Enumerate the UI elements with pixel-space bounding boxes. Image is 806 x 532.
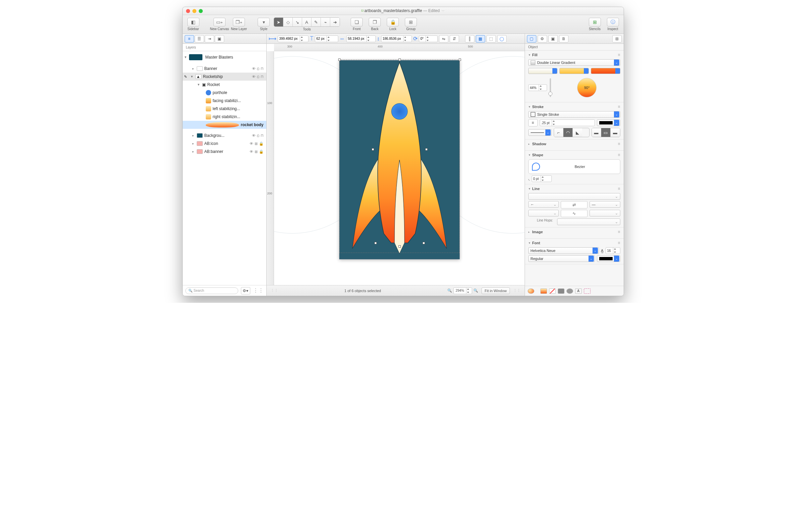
style-chip-fill[interactable]: [527, 288, 534, 294]
zoom-out-icon[interactable]: 🔍: [447, 288, 452, 293]
zoom-field[interactable]: 294%: [453, 287, 472, 294]
stage[interactable]: [274, 51, 525, 285]
menu-icon[interactable]: ≡: [618, 241, 620, 245]
style-chip-shape2[interactable]: [567, 288, 573, 294]
search-input[interactable]: 🔍 Search: [185, 287, 238, 294]
obj-porthole[interactable]: porthole: [183, 89, 266, 97]
print-icon[interactable]: ⎙: [257, 66, 259, 71]
stroke-position-button[interactable]: ≡: [528, 119, 538, 127]
drag-handle-icon[interactable]: ⋮⋮: [253, 287, 264, 294]
outline-tab[interactable]: ☰: [195, 35, 204, 42]
grid-toggle[interactable]: ⊞: [612, 35, 622, 42]
unlock-icon[interactable]: ⊓: [261, 75, 264, 79]
zoom-in-icon[interactable]: 🔍: [474, 288, 478, 293]
tool-pen[interactable]: ✎: [311, 18, 321, 26]
x-field[interactable]: 399.4982 px: [278, 36, 308, 42]
cap-round[interactable]: ▭: [601, 128, 611, 137]
gear-button[interactable]: ⚙︎▾: [241, 287, 250, 294]
flip-h-button[interactable]: ⇋: [439, 35, 448, 42]
gradient-stop-2[interactable]: [559, 68, 589, 74]
h-field[interactable]: 186.8536 px: [381, 36, 412, 42]
new-canvas-button[interactable]: ▭+ New Canvas: [210, 18, 229, 31]
style-chip-gradient[interactable]: [540, 288, 547, 294]
obj-facing-fin[interactable]: facing stabilizi...: [183, 97, 266, 105]
gradient-stop-3[interactable]: [591, 68, 620, 74]
menu-icon[interactable]: ≡: [618, 104, 620, 109]
line-hops-select[interactable]: ⌄: [557, 218, 620, 225]
style-chip-text[interactable]: A: [575, 288, 582, 294]
layer-background[interactable]: ▸ Backgrou... 👁⎙⊓: [183, 132, 266, 139]
layer-ab-banner[interactable]: ▸ AB:banner 👁⊞🔒: [183, 148, 266, 156]
shape-type-select[interactable]: Bezier: [528, 159, 620, 174]
cap-butt[interactable]: ▬: [592, 128, 601, 137]
menu-icon[interactable]: ≡: [618, 153, 620, 157]
line-curve-button[interactable]: ∿: [561, 210, 588, 217]
gradient-preview[interactable]: 90°: [577, 78, 597, 97]
lock-icon[interactable]: 🔒: [259, 141, 264, 146]
tool-line[interactable]: ↘: [293, 18, 302, 26]
obj-right-fin[interactable]: right stabilizin...: [183, 113, 266, 121]
selection-handle[interactable]: [375, 242, 377, 244]
back-button[interactable]: ❐ Back: [367, 18, 383, 31]
selection-handle[interactable]: [372, 148, 374, 151]
line-tail-size[interactable]: ⌄: [528, 210, 559, 216]
tool-diagram[interactable]: ⌁: [321, 18, 330, 26]
corner-miter[interactable]: ⌐: [554, 128, 563, 137]
align-button[interactable]: ║: [465, 35, 475, 42]
unlock-icon[interactable]: ⊓: [261, 133, 264, 138]
layer-banner[interactable]: ▸ Banner 👁⎙⊓: [183, 64, 266, 73]
minimize-icon[interactable]: [192, 9, 196, 13]
ruler-horizontal[interactable]: 300 400 500: [274, 44, 525, 51]
print-icon[interactable]: ⎙: [257, 75, 259, 79]
cap-square[interactable]: ▬: [611, 128, 620, 137]
distribute-button[interactable]: ▦: [476, 35, 485, 42]
style-chip-bounds[interactable]: [584, 288, 591, 294]
midpoint-slider[interactable]: [550, 78, 551, 97]
unlock-icon[interactable]: ⊓: [261, 66, 264, 71]
selection-handle[interactable]: [399, 59, 401, 61]
guides-tab[interactable]: ⇥: [205, 35, 214, 42]
swap-ends-button[interactable]: ⇄: [561, 201, 588, 208]
inspect-button[interactable]: ⓘ Inspect: [605, 18, 621, 31]
w-field[interactable]: 58.1943 px: [346, 36, 376, 42]
eye-icon[interactable]: 👁: [252, 75, 256, 79]
selection-handle[interactable]: [399, 245, 401, 248]
font-weight-select[interactable]: Regular⌄: [528, 255, 595, 262]
selection-handle[interactable]: [423, 242, 425, 244]
y-field[interactable]: 62 px: [315, 36, 338, 42]
stroke-color-select[interactable]: ⌄: [597, 119, 620, 126]
document-tab[interactable]: 🗎: [559, 35, 569, 42]
ruler-vertical[interactable]: 100 200: [267, 51, 274, 285]
lock-button[interactable]: 🔒 Lock: [385, 18, 401, 31]
print-icon[interactable]: ⎙: [257, 133, 259, 138]
menu-icon[interactable]: ≡: [618, 53, 620, 57]
zoom-icon[interactable]: [199, 9, 203, 13]
font-color-select[interactable]: ⌄: [597, 255, 620, 262]
stencils-button[interactable]: ⊞ Stencils: [587, 18, 603, 31]
selection-handle[interactable]: [338, 59, 341, 61]
corner-bevel[interactable]: ◣: [573, 128, 582, 137]
drag-handle-icon[interactable]: ⋮⋮: [271, 288, 278, 293]
stroke-type-select[interactable]: Single Stroke⌄: [528, 111, 620, 118]
line-head-select[interactable]: —⌄: [590, 201, 620, 208]
line-style-select[interactable]: ⌄: [528, 193, 620, 200]
r-field[interactable]: 0°: [419, 36, 438, 42]
menu-icon[interactable]: ≡: [618, 186, 620, 191]
corner-radius-field[interactable]: 0 pt: [532, 175, 552, 182]
artboard-icon[interactable]: ⊞: [255, 141, 257, 146]
new-layer-button[interactable]: ❐+ New Layer: [231, 18, 247, 31]
corner-round[interactable]: ◠: [563, 128, 573, 137]
dash-select[interactable]: ⌄: [528, 129, 552, 136]
properties-tab[interactable]: ⚙: [538, 35, 547, 42]
tool-text[interactable]: A: [302, 18, 311, 26]
eye-icon[interactable]: 👁: [252, 66, 256, 71]
layer-rocketship[interactable]: ✎ ▼ ▲ Rocketship 👁⎙⊓: [183, 73, 266, 81]
flip-v-button[interactable]: ⇵: [450, 35, 459, 42]
selection-tab[interactable]: ▣: [215, 35, 224, 42]
canvas-tab[interactable]: ▣: [549, 35, 558, 42]
eye-icon[interactable]: 👁: [250, 141, 253, 146]
font-size-field[interactable]: 16: [606, 247, 620, 254]
group-button[interactable]: ⊞ Group: [403, 18, 419, 31]
eye-icon[interactable]: 👁: [250, 150, 253, 154]
close-icon[interactable]: [186, 9, 190, 13]
